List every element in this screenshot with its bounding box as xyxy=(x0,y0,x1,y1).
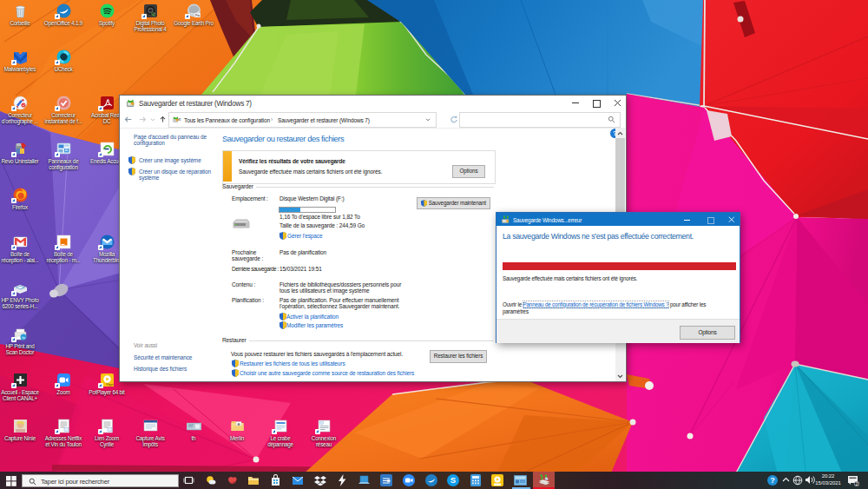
svg-text:Pro: Pro xyxy=(195,14,200,17)
svg-text:Player: Player xyxy=(106,383,114,387)
svg-text:hp: hp xyxy=(22,336,25,340)
svg-text:2: 2 xyxy=(855,481,858,486)
svg-text:S: S xyxy=(450,475,456,485)
